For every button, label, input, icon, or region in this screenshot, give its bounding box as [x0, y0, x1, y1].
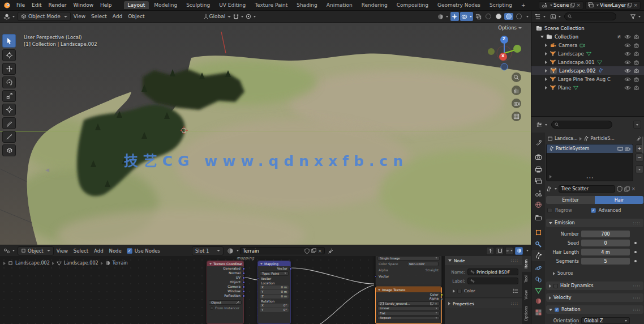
number-field[interactable]: 700 [581, 231, 630, 237]
move-tool-button[interactable] [2, 63, 16, 75]
tab-tool[interactable] [531, 137, 545, 148]
unlink-scene-icon[interactable]: × [576, 2, 581, 8]
select-box-tool-button[interactable] [2, 34, 16, 48]
annotate-tool-button[interactable] [2, 117, 16, 129]
hide-eye-icon[interactable] [624, 60, 631, 65]
snap-toggle[interactable] [232, 12, 244, 21]
mapping-node[interactable]: Mapping Vector Type: Point Vector Locati… [257, 261, 291, 324]
location-z-field[interactable]: Z0 m [260, 295, 289, 299]
material-name-input[interactable]: Terrain × [240, 247, 325, 254]
unlink-icon[interactable]: × [435, 301, 437, 305]
camera-view-button[interactable] [512, 99, 521, 108]
disable-render-camera-icon[interactable] [634, 52, 640, 56]
location-x-field[interactable]: X0 m [260, 285, 289, 289]
hide-eye-icon[interactable] [624, 69, 631, 73]
viewport-display-icon[interactable] [617, 147, 623, 151]
new-scene-icon[interactable] [570, 3, 575, 8]
workspace-tab-rendering[interactable]: Rendering [358, 1, 392, 9]
viewport-menu-object[interactable]: Object [125, 14, 147, 19]
hide-eye-icon[interactable] [624, 52, 631, 56]
preview-shading-button[interactable] [515, 247, 523, 255]
panel-options-grip[interactable]: :::: [633, 308, 641, 312]
cursor-tool-button[interactable] [2, 49, 16, 61]
collection-exclude-checkbox[interactable]: ✓ [617, 35, 621, 39]
node-menu-node[interactable]: Node [106, 248, 124, 254]
tab-view-layer[interactable] [531, 175, 545, 186]
panel-options-grip[interactable]: :::: [511, 258, 518, 263]
animate-segments-dot[interactable] [634, 260, 637, 262]
properties-options-button[interactable] [633, 121, 641, 129]
breadcrumb-particles[interactable]: ParticleS... [591, 136, 615, 141]
list-resize-grip[interactable]: ••• [586, 176, 594, 180]
gizmo-x-label[interactable]: X [501, 54, 504, 58]
workspace-tab-animation[interactable]: Animation [323, 1, 357, 9]
panel-options-grip[interactable]: :::: [633, 221, 641, 225]
scene-selector[interactable]: Scene × [539, 1, 583, 10]
hide-eye-icon[interactable] [624, 77, 631, 82]
outliner-display-mode-dropdown[interactable] [534, 12, 547, 21]
snap-node-button[interactable] [496, 247, 504, 255]
transform-tool-button[interactable] [2, 104, 16, 116]
outliner-filter-funnel-button[interactable] [629, 12, 642, 21]
hide-eye-icon[interactable] [624, 43, 631, 48]
image-texture-node-partial[interactable]: Single Image Color Space Non-Color Alpha… [375, 256, 442, 287]
node-editor-type-button[interactable] [2, 246, 16, 255]
workspace-tab-uv-editing[interactable]: UV Editing [215, 1, 250, 9]
use-nodes-checkbox[interactable]: ✓ Use Nodes [127, 248, 160, 254]
shading-wireframe-button[interactable] [484, 13, 493, 20]
node-editor-canvas[interactable]: Landscape.002 Landscape.002 Terrain mapp… [0, 256, 531, 324]
zoom-button[interactable] [512, 73, 521, 82]
toggle-perspective-button[interactable] [512, 112, 521, 121]
tab-object[interactable] [531, 227, 545, 238]
outliner-row-landscape-001[interactable]: Landscape.001 [531, 58, 644, 66]
menu-edit[interactable]: Edit [28, 2, 45, 8]
mode-dropdown[interactable]: Object Mode [18, 12, 71, 21]
panel-options-grip[interactable]: :::: [511, 301, 518, 306]
gizmo-z-label[interactable]: Z [503, 37, 505, 41]
advanced-checkbox[interactable]: ✓ [591, 208, 596, 213]
tab-render[interactable] [531, 151, 545, 163]
hair-length-field[interactable]: 4 m [581, 249, 630, 255]
image-datablock-field[interactable]: Sandy_ground... × [377, 301, 440, 306]
viewport-menu-add[interactable]: Add [110, 14, 125, 19]
expand-icon[interactable] [545, 86, 547, 89]
shader-type-dropdown[interactable]: Object [18, 246, 54, 255]
disable-render-camera-icon[interactable] [634, 43, 640, 48]
menu-window[interactable]: Window [70, 2, 97, 8]
viewport-menu-view[interactable]: View [71, 14, 88, 19]
viewport-options-dropdown[interactable]: Options [498, 25, 522, 31]
orientation-axis-dropdown[interactable]: Global Z [581, 317, 630, 324]
outliner-row-landscape-002-active[interactable]: Landscape.002 [531, 66, 644, 75]
menu-help[interactable]: Help [97, 2, 115, 8]
workspace-tab-layout[interactable]: Layout [124, 1, 149, 9]
hide-eye-icon[interactable] [624, 86, 631, 90]
material-browse-dropdown[interactable] [227, 248, 239, 254]
node-name-input[interactable]: Principled BSDF [467, 268, 518, 275]
viewport-menu-select[interactable]: Select [88, 14, 110, 19]
alpha-mode[interactable]: Straight [426, 268, 439, 272]
tab-particles-selected[interactable] [531, 250, 545, 261]
seed-field[interactable]: 0 [581, 240, 630, 246]
properties-scrollbar[interactable] [642, 137, 643, 154]
tab-texture[interactable] [531, 306, 545, 318]
material-slot-dropdown[interactable]: Slot 1 [192, 246, 224, 255]
disable-render-camera-icon[interactable] [634, 35, 640, 39]
workspace-tab-modeling[interactable]: Modeling [150, 1, 181, 9]
editor-type-button[interactable] [2, 12, 16, 21]
add-cube-tool-button[interactable] [2, 144, 16, 156]
unlink-icon[interactable]: × [318, 248, 322, 254]
outliner-row-plane[interactable]: Plane [531, 83, 644, 92]
remove-particle-system-button[interactable]: − [636, 154, 643, 161]
node-label-input[interactable] [467, 278, 518, 284]
xray-toggle[interactable] [474, 12, 483, 21]
workspace-tab-compositing[interactable]: Compositing [393, 1, 432, 9]
rotation-x-field[interactable]: X0° [260, 304, 289, 308]
texture-coordinate-node[interactable]: Texture Coordinate Generated Normal UV O… [207, 261, 244, 324]
image-source-dropdown[interactable]: Single Image [377, 256, 440, 261]
render-enable-icon[interactable] [625, 147, 630, 151]
proportional-editing-toggle[interactable] [244, 12, 257, 21]
tab-world[interactable] [531, 199, 545, 210]
velocity-panel-header[interactable]: Velocity :::: [546, 293, 643, 302]
particle-settings-dropdown[interactable] [546, 186, 557, 192]
presets-list-icon[interactable] [513, 288, 518, 293]
